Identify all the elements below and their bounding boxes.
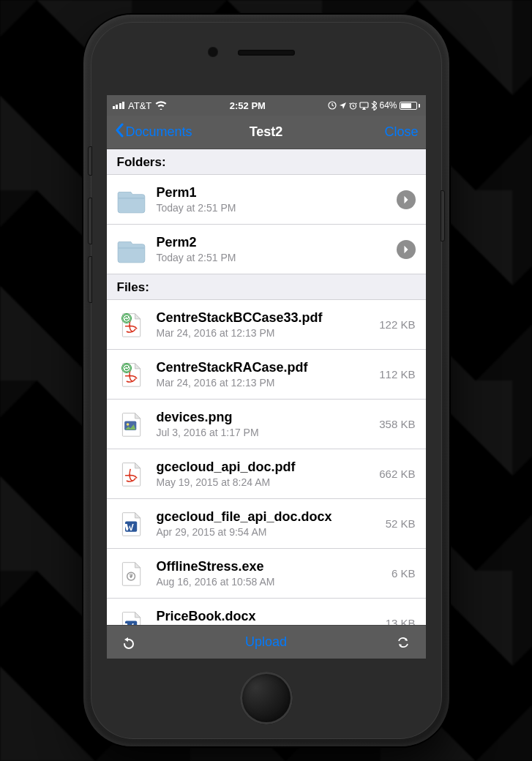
back-label: Documents: [126, 124, 192, 140]
power-button: [441, 190, 445, 241]
file-date: May 19, 2015 at 8:24 AM: [157, 476, 374, 488]
file-size: 13 KB: [386, 617, 416, 625]
folder-date: Today at 2:51 PM: [157, 202, 391, 214]
toolbar: Upload: [107, 625, 426, 659]
folder-date: Today at 2:51 PM: [157, 252, 391, 263]
navigation-bar: Documents Test2 Close: [107, 116, 426, 149]
disclosure-button[interactable]: [397, 190, 416, 209]
file-size: 662 KB: [379, 468, 415, 480]
nav-title: Test2: [250, 124, 283, 140]
back-button[interactable]: Documents: [114, 123, 192, 141]
file-name: PriceBook.docx: [157, 609, 380, 624]
file-name: gcecloud_api_doc.pdf: [157, 460, 374, 475]
file-date: Apr 29, 2015 at 9:54 AM: [157, 526, 380, 538]
files-list: CentreStackBCCase33.pdf Mar 24, 2016 at …: [107, 300, 426, 625]
status-left: AT&T: [113, 100, 168, 111]
svg-rect-2: [360, 102, 368, 108]
file-size: 358 KB: [379, 418, 415, 430]
folder-row[interactable]: Perm1 Today at 2:51 PM: [107, 175, 426, 225]
file-icon: [116, 408, 148, 441]
file-icon: [116, 309, 148, 341]
phone-bezel: AT&T 2:52 PM 64%: [91, 22, 442, 739]
folder-name: Perm2: [157, 235, 391, 250]
file-name: CentreStackBCCase33.pdf: [157, 310, 374, 326]
file-row[interactable]: devices.png Jul 3, 2016 at 1:17 PM 358 K…: [107, 400, 426, 449]
bluetooth-icon: [371, 101, 377, 110]
folder-text: Perm1 Today at 2:51 PM: [157, 185, 391, 214]
folder-icon: [116, 184, 148, 216]
home-button[interactable]: [240, 672, 293, 724]
files-header: Files:: [107, 274, 426, 300]
refresh-button[interactable]: [121, 635, 136, 650]
file-row[interactable]: gcecloud_api_doc.pdf May 19, 2015 at 8:2…: [107, 449, 426, 499]
file-icon: [116, 558, 148, 590]
file-row[interactable]: PriceBook.docx Mar 24, 2016 at 12:21 PM …: [107, 599, 426, 625]
content-scroll[interactable]: Folders: Perm1 Today at 2:51 PM Perm2 To…: [107, 149, 426, 625]
file-row[interactable]: CentreStackBCCase33.pdf Mar 24, 2016 at …: [107, 300, 426, 350]
folders-list: Perm1 Today at 2:51 PM Perm2 Today at 2:…: [107, 175, 426, 274]
airplay-icon: [359, 102, 369, 110]
folder-name: Perm1: [157, 185, 391, 200]
wifi-icon: [155, 101, 167, 110]
file-date: Mar 24, 2016 at 12:13 PM: [157, 327, 374, 339]
file-row[interactable]: OfflineStress.exe Aug 16, 2016 at 10:58 …: [107, 549, 426, 599]
file-text: OfflineStress.exe Aug 16, 2016 at 10:58 …: [157, 559, 386, 588]
folder-text: Perm2 Today at 2:51 PM: [157, 235, 391, 263]
volume-up-button: [88, 198, 92, 244]
file-name: devices.png: [157, 410, 374, 425]
phone-frame: AT&T 2:52 PM 64%: [83, 15, 449, 746]
battery-icon: [400, 102, 420, 110]
file-row[interactable]: gcecloud_file_api_doc.docx Apr 29, 2015 …: [107, 499, 426, 549]
volume-down-button: [88, 256, 92, 303]
folder-icon: [116, 233, 148, 266]
file-icon: [116, 359, 148, 391]
sync-badge-icon: [121, 313, 132, 323]
status-time: 2:52 PM: [230, 100, 266, 111]
file-date: Mar 24, 2016 at 12:13 PM: [157, 377, 374, 389]
folder-row[interactable]: Perm2 Today at 2:51 PM: [107, 225, 426, 274]
file-text: CentreStackRACase.pdf Mar 24, 2016 at 12…: [157, 360, 374, 389]
file-icon: [116, 508, 148, 540]
mute-switch: [88, 146, 92, 176]
alarm-icon: [349, 102, 357, 110]
rotation-lock-icon: [328, 101, 337, 110]
folders-header: Folders:: [107, 149, 426, 175]
file-text: devices.png Jul 3, 2016 at 1:17 PM: [157, 410, 374, 438]
disclosure-button[interactable]: [397, 240, 416, 259]
battery-percent: 64%: [379, 100, 397, 110]
front-camera: [208, 47, 218, 57]
sync-badge-icon: [121, 363, 132, 373]
status-bar: AT&T 2:52 PM 64%: [107, 95, 426, 116]
close-button[interactable]: Close: [384, 124, 418, 140]
location-icon: [339, 102, 347, 110]
sync-button[interactable]: [396, 635, 411, 650]
close-label: Close: [384, 124, 418, 140]
file-date: Aug 16, 2016 at 10:58 AM: [157, 576, 386, 588]
status-right: 64%: [328, 100, 419, 110]
file-size: 112 KB: [379, 368, 415, 380]
file-size: 6 KB: [391, 567, 416, 580]
file-date: Jul 3, 2016 at 1:17 PM: [157, 427, 374, 438]
file-size: 122 KB: [379, 318, 415, 331]
file-name: gcecloud_file_api_doc.docx: [157, 509, 380, 525]
file-text: CentreStackBCCase33.pdf Mar 24, 2016 at …: [157, 310, 374, 339]
file-icon: [116, 458, 148, 490]
file-size: 52 KB: [386, 517, 416, 530]
chevron-left-icon: [114, 123, 124, 141]
file-name: CentreStackRACase.pdf: [157, 360, 374, 375]
file-row[interactable]: CentreStackRACase.pdf Mar 24, 2016 at 12…: [107, 350, 426, 400]
screen: AT&T 2:52 PM 64%: [107, 95, 426, 659]
file-text: gcecloud_file_api_doc.docx Apr 29, 2015 …: [157, 509, 380, 538]
carrier-label: AT&T: [128, 100, 151, 111]
file-text: PriceBook.docx Mar 24, 2016 at 12:21 PM: [157, 609, 380, 625]
speaker-grille: [238, 50, 295, 56]
upload-button[interactable]: Upload: [245, 634, 287, 650]
file-icon: [116, 607, 148, 626]
file-text: gcecloud_api_doc.pdf May 19, 2015 at 8:2…: [157, 460, 374, 488]
file-name: OfflineStress.exe: [157, 559, 386, 574]
signal-icon: [113, 102, 125, 109]
